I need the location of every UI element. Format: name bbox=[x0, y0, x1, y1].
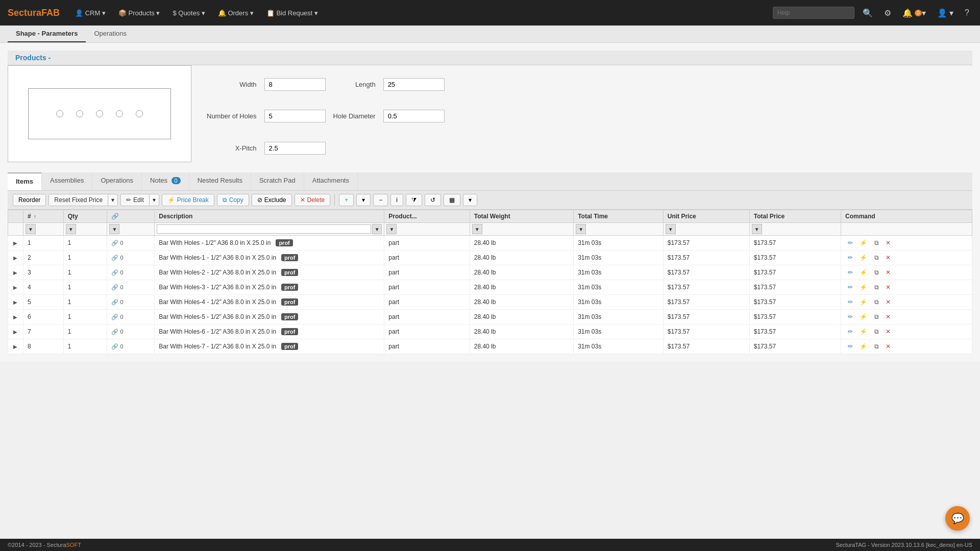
filter-unit-price-icon[interactable]: ▼ bbox=[666, 224, 676, 234]
edit-button[interactable]: ✏ Edit bbox=[121, 194, 150, 206]
delete-button[interactable]: ✕ Delete bbox=[295, 194, 331, 206]
nav-bid-request[interactable]: 📋 Bid Request ▾ bbox=[261, 6, 323, 20]
row-expand[interactable]: ▶ bbox=[8, 265, 23, 280]
row-lightning-button[interactable]: ⚡ bbox=[857, 312, 870, 321]
user-icon[interactable]: 👤 ▾ bbox=[934, 6, 957, 20]
col-description[interactable]: Description bbox=[155, 210, 384, 223]
row-delete-button[interactable]: ✕ bbox=[883, 297, 893, 307]
row-delete-button[interactable]: ✕ bbox=[883, 327, 893, 336]
help-input[interactable] bbox=[773, 7, 854, 19]
row-delete-button[interactable]: ✕ bbox=[883, 283, 893, 292]
tab-assemblies[interactable]: Assemblies bbox=[42, 172, 92, 190]
tab-operations[interactable]: Operations bbox=[92, 172, 142, 190]
row-expand[interactable]: ▶ bbox=[8, 295, 23, 310]
reset-fixed-price-dropdown[interactable]: ▾ bbox=[108, 194, 117, 206]
expand-icon[interactable]: ▶ bbox=[12, 313, 18, 321]
tab-notes[interactable]: Notes 0 bbox=[142, 172, 189, 190]
expand-icon[interactable]: ▶ bbox=[12, 343, 18, 350]
row-edit-button[interactable]: ✏ bbox=[845, 283, 855, 292]
row-expand[interactable]: ▶ bbox=[8, 324, 23, 339]
settings-icon[interactable]: ⚙ bbox=[881, 6, 894, 20]
row-lightning-button[interactable]: ⚡ bbox=[857, 268, 870, 277]
copy-button[interactable]: ⧉ Copy bbox=[217, 194, 249, 206]
row-edit-button[interactable]: ✏ bbox=[845, 268, 855, 277]
filter-num-icon[interactable]: ▼ bbox=[26, 224, 36, 234]
minus-button[interactable]: − bbox=[373, 194, 388, 206]
add-button[interactable]: + bbox=[339, 194, 354, 206]
row-copy-button[interactable]: ⧉ bbox=[872, 342, 881, 351]
row-copy-button[interactable]: ⧉ bbox=[872, 268, 881, 277]
sub-tab-operations[interactable]: Operations bbox=[86, 26, 135, 42]
row-copy-button[interactable]: ⧉ bbox=[872, 283, 881, 292]
nav-quotes[interactable]: $ Quotes ▾ bbox=[167, 6, 210, 20]
expand-icon[interactable]: ▶ bbox=[12, 284, 18, 291]
hole-diameter-input[interactable] bbox=[383, 110, 445, 122]
row-copy-button[interactable]: ⧉ bbox=[872, 253, 881, 262]
filter-product-icon[interactable]: ▼ bbox=[386, 224, 397, 234]
help-icon[interactable]: ? bbox=[962, 6, 972, 19]
row-expand[interactable]: ▶ bbox=[8, 339, 23, 354]
col-total-price[interactable]: Total Price bbox=[749, 210, 841, 223]
row-copy-button[interactable]: ⧉ bbox=[872, 238, 881, 247]
row-edit-button[interactable]: ✏ bbox=[845, 312, 855, 321]
expand-icon[interactable]: ▶ bbox=[12, 298, 18, 306]
row-edit-button[interactable]: ✏ bbox=[845, 327, 855, 336]
tab-attachments[interactable]: Attachments bbox=[304, 172, 358, 190]
sub-tab-shape-parameters[interactable]: Shape - Parameters bbox=[8, 26, 86, 42]
row-lightning-button[interactable]: ⚡ bbox=[857, 283, 870, 292]
refresh-button[interactable]: ↺ bbox=[425, 194, 441, 206]
row-delete-button[interactable]: ✕ bbox=[883, 238, 893, 247]
row-lightning-button[interactable]: ⚡ bbox=[857, 238, 870, 247]
row-expand[interactable]: ▶ bbox=[8, 236, 23, 251]
row-delete-button[interactable]: ✕ bbox=[883, 342, 893, 351]
expand-icon[interactable]: ▶ bbox=[12, 254, 18, 262]
nav-orders[interactable]: 🔔 Orders ▾ bbox=[213, 6, 259, 20]
expand-icon[interactable]: ▶ bbox=[12, 269, 18, 277]
row-expand[interactable]: ▶ bbox=[8, 310, 23, 324]
row-lightning-button[interactable]: ⚡ bbox=[857, 327, 870, 336]
reorder-button[interactable]: Reorder bbox=[13, 194, 46, 206]
col-product[interactable]: Product... bbox=[384, 210, 470, 223]
description-filter-input[interactable] bbox=[157, 224, 371, 234]
row-lightning-button[interactable]: ⚡ bbox=[857, 253, 870, 262]
nav-crm[interactable]: 👤 CRM ▾ bbox=[70, 6, 111, 20]
row-delete-button[interactable]: ✕ bbox=[883, 253, 893, 262]
col-unit-price[interactable]: Unit Price bbox=[663, 210, 749, 223]
row-edit-button[interactable]: ✏ bbox=[845, 297, 855, 307]
width-input[interactable] bbox=[264, 78, 326, 91]
row-copy-button[interactable]: ⧉ bbox=[872, 297, 881, 307]
filter-qty-icon[interactable]: ▼ bbox=[66, 224, 76, 234]
row-expand[interactable]: ▶ bbox=[8, 280, 23, 295]
add-dropdown-button[interactable]: ▾ bbox=[356, 194, 371, 206]
filter-button[interactable]: ⧩ bbox=[406, 194, 422, 206]
expand-icon[interactable]: ▶ bbox=[12, 328, 18, 336]
filter-time-icon[interactable]: ▼ bbox=[576, 224, 586, 234]
row-edit-button[interactable]: ✏ bbox=[845, 238, 855, 247]
search-icon[interactable]: 🔍 bbox=[860, 6, 876, 20]
expand-icon[interactable]: ▶ bbox=[12, 239, 18, 247]
col-num[interactable]: # ↑ bbox=[23, 210, 64, 223]
description-filter-icon[interactable]: ▼ bbox=[372, 224, 382, 234]
row-delete-button[interactable]: ✕ bbox=[883, 268, 893, 277]
row-edit-button[interactable]: ✏ bbox=[845, 253, 855, 262]
grid-dropdown-button[interactable]: ▾ bbox=[463, 194, 477, 206]
row-copy-button[interactable]: ⧉ bbox=[872, 312, 881, 321]
price-break-button[interactable]: ⚡ Price Break bbox=[162, 194, 214, 206]
col-total-time[interactable]: Total Time bbox=[574, 210, 664, 223]
col-qty[interactable]: Qty bbox=[63, 210, 107, 223]
length-input[interactable] bbox=[383, 78, 445, 91]
brand-logo[interactable]: SecturaFAB bbox=[8, 8, 60, 18]
row-expand[interactable]: ▶ bbox=[8, 251, 23, 265]
filter-weight-icon[interactable]: ▼ bbox=[472, 224, 482, 234]
col-links[interactable]: 🔗 bbox=[107, 210, 155, 223]
nav-products[interactable]: 📦 Products ▾ bbox=[113, 6, 165, 20]
tab-nested-results[interactable]: Nested Results bbox=[189, 172, 251, 190]
exclude-button[interactable]: ⊘ Exclude bbox=[252, 194, 292, 206]
col-total-weight[interactable]: Total Weight bbox=[470, 210, 573, 223]
row-delete-button[interactable]: ✕ bbox=[883, 312, 893, 321]
xpitch-input[interactable] bbox=[264, 142, 326, 155]
reset-fixed-price-button[interactable]: Reset Fixed Price bbox=[49, 194, 108, 206]
notification-icon[interactable]: 🔔 0▾ bbox=[899, 6, 929, 20]
row-edit-button[interactable]: ✏ bbox=[845, 342, 855, 351]
filter-total-price-icon[interactable]: ▼ bbox=[752, 224, 762, 234]
